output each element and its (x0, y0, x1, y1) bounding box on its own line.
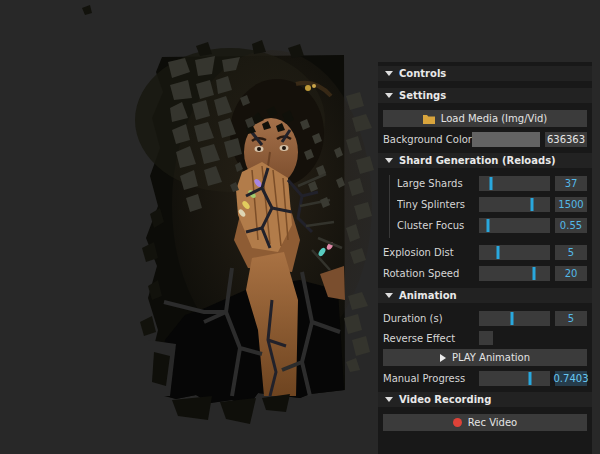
play-animation-button[interactable]: PLAY Animation (383, 349, 587, 366)
manual-progress-slider[interactable] (479, 371, 550, 386)
image-preview (0, 0, 378, 454)
tiny-splinters-label: Tiny Splinters (397, 199, 479, 210)
section-title-settings: Settings (399, 90, 446, 101)
chevron-down-icon (385, 397, 393, 402)
cluster-focus-row: Cluster Focus 0.55 (397, 217, 587, 233)
rec-video-button[interactable]: Rec Video (383, 414, 587, 431)
large-shards-row: Large Shards 37 (397, 175, 587, 191)
background-color-value[interactable]: 636363 (545, 132, 587, 147)
chevron-down-icon (385, 158, 393, 163)
reverse-effect-row: Reverse Effect (383, 331, 587, 345)
rec-video-label: Rec Video (468, 417, 517, 428)
folder-icon (423, 114, 435, 124)
explosion-dist-slider[interactable] (479, 245, 550, 260)
rotation-speed-value[interactable]: 20 (555, 266, 587, 281)
duration-value[interactable]: 5 (555, 311, 587, 326)
record-icon (453, 418, 462, 427)
load-media-label: Load Media (Img/Vid) (441, 113, 547, 124)
section-header-controls[interactable]: Controls (378, 66, 592, 81)
background-color-row: Background Color 636363 (383, 131, 587, 147)
large-shards-label: Large Shards (397, 178, 479, 189)
manual-progress-row: Manual Progress 0.7403 (383, 370, 587, 386)
section-header-animation[interactable]: Animation (378, 288, 592, 303)
rotation-speed-slider[interactable] (479, 266, 550, 281)
large-shards-value[interactable]: 37 (555, 176, 587, 191)
tiny-splinters-value[interactable]: 1500 (555, 197, 587, 212)
cluster-focus-value[interactable]: 0.55 (555, 218, 587, 233)
section-title-shard-generation: Shard Generation (Reloads) (399, 155, 556, 166)
section-title-video-recording: Video Recording (399, 394, 491, 405)
explosion-dist-row: Explosion Dist 5 (383, 244, 587, 260)
duration-row: Duration (s) 5 (383, 310, 587, 326)
slider-handle[interactable] (531, 198, 534, 211)
chevron-down-icon (385, 293, 393, 298)
shard-generation-tree: Large Shards 37 Tiny Splinters 1500 Clus… (389, 175, 587, 238)
chevron-down-icon (385, 93, 393, 98)
load-media-button[interactable]: Load Media (Img/Vid) (383, 110, 587, 127)
play-animation-label: PLAY Animation (452, 352, 530, 363)
section-title-animation: Animation (399, 290, 457, 301)
section-header-shard-generation[interactable]: Shard Generation (Reloads) (378, 153, 592, 168)
slider-handle[interactable] (487, 219, 490, 232)
cluster-focus-label: Cluster Focus (397, 220, 479, 231)
background-color-label: Background Color (383, 134, 472, 145)
rotation-speed-row: Rotation Speed 20 (383, 265, 587, 281)
cluster-focus-slider[interactable] (479, 218, 550, 233)
large-shards-slider[interactable] (479, 176, 550, 191)
reverse-effect-label: Reverse Effect (383, 333, 479, 344)
background-color-swatch[interactable] (472, 132, 540, 147)
slider-handle[interactable] (497, 246, 500, 259)
section-title-controls: Controls (399, 68, 446, 79)
section-header-video-recording[interactable]: Video Recording (378, 392, 592, 407)
controls-panel: Controls Settings Load Media (Img/Vid) B… (378, 62, 592, 454)
slider-handle[interactable] (490, 177, 493, 190)
rotation-speed-label: Rotation Speed (383, 268, 479, 279)
manual-progress-label: Manual Progress (383, 373, 479, 384)
duration-slider[interactable] (479, 311, 550, 326)
tiny-splinters-slider[interactable] (479, 197, 550, 212)
tiny-splinters-row: Tiny Splinters 1500 (397, 196, 587, 212)
slider-handle[interactable] (511, 312, 514, 325)
reverse-effect-checkbox[interactable] (479, 331, 493, 345)
duration-label: Duration (s) (383, 313, 479, 324)
explosion-dist-value[interactable]: 5 (555, 245, 587, 260)
chevron-down-icon (385, 71, 393, 76)
slider-handle[interactable] (529, 372, 532, 385)
slider-handle[interactable] (533, 267, 536, 280)
explosion-dist-label: Explosion Dist (383, 247, 479, 258)
play-icon (440, 354, 446, 362)
shatter-preview-image (0, 0, 378, 454)
manual-progress-value[interactable]: 0.7403 (555, 371, 587, 386)
section-header-settings[interactable]: Settings (378, 88, 592, 103)
